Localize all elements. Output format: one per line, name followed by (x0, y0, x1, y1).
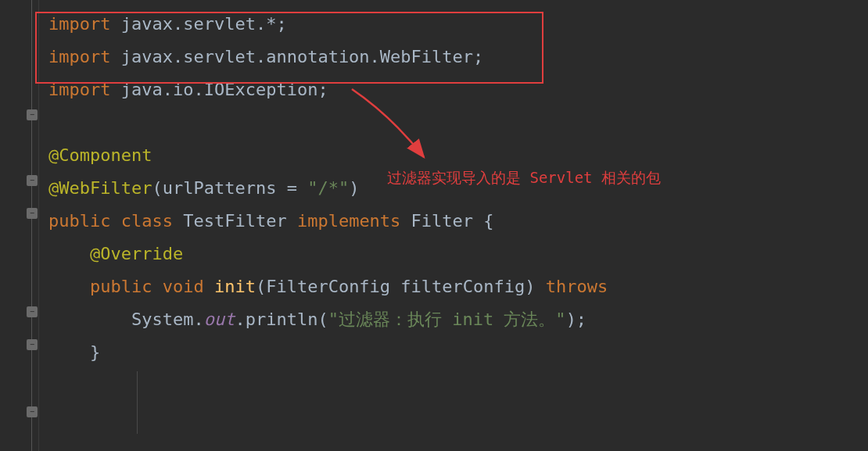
code-line: import javax.servlet.*; (48, 8, 868, 41)
code-line: @Override (48, 238, 868, 270)
code-line: @Component (48, 139, 868, 172)
annotation-label: 过滤器实现导入的是 Servlet 相关的包 (387, 168, 661, 188)
indent-guide (137, 371, 138, 434)
code-line: public void init(FilterConfig filterConf… (48, 270, 868, 303)
code-editor: − − − − − − import javax.servlet.*; impo… (0, 0, 868, 451)
code-line: import javax.servlet.annotation.WebFilte… (48, 41, 868, 73)
fold-icon[interactable]: − (27, 175, 38, 186)
fold-icon[interactable]: − (27, 109, 38, 120)
fold-icon[interactable]: − (27, 339, 38, 350)
code-area[interactable]: import javax.servlet.*; import javax.ser… (39, 0, 868, 451)
code-line (48, 106, 868, 139)
code-line: public class TestFilter implements Filte… (48, 205, 868, 238)
fold-icon[interactable]: − (27, 406, 38, 417)
code-line: import java.io.IOException; (48, 73, 868, 106)
code-line: System.out.println("过滤器：执行 init 方法。"); (48, 303, 868, 336)
gutter: − − − − − − (0, 0, 39, 451)
fold-icon[interactable]: − (27, 306, 38, 317)
code-line: } (48, 336, 868, 369)
fold-icon[interactable]: − (27, 208, 38, 219)
